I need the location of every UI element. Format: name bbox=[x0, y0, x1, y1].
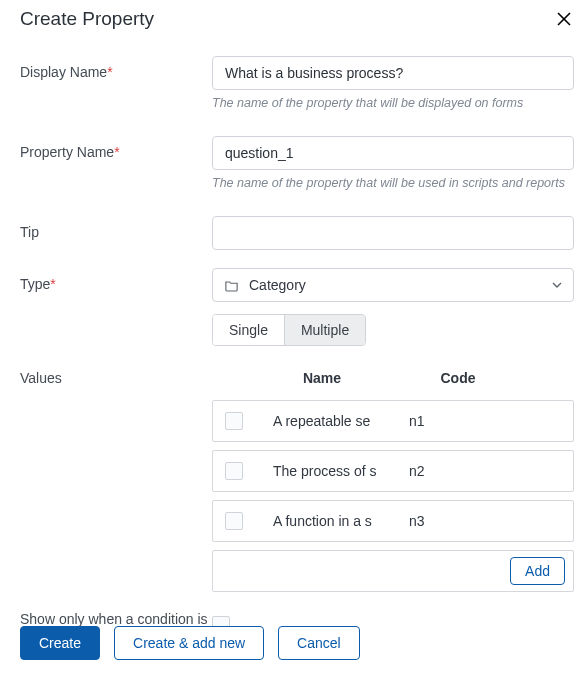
add-value-button[interactable]: Add bbox=[510, 557, 565, 585]
tip-input[interactable] bbox=[212, 216, 574, 250]
value-row-checkbox[interactable] bbox=[225, 512, 243, 530]
value-row-code: n1 bbox=[401, 413, 565, 429]
value-row-code: n2 bbox=[401, 463, 565, 479]
create-button[interactable]: Create bbox=[20, 626, 100, 660]
folder-icon bbox=[223, 277, 239, 293]
cancel-button[interactable]: Cancel bbox=[278, 626, 360, 660]
value-add-row: Add bbox=[212, 550, 574, 592]
create-add-new-button[interactable]: Create & add new bbox=[114, 626, 264, 660]
value-row-name: The process of s bbox=[261, 463, 401, 479]
display-name-input[interactable] bbox=[212, 56, 574, 90]
property-name-input[interactable] bbox=[212, 136, 574, 170]
close-icon[interactable] bbox=[554, 9, 574, 29]
type-label: Type* bbox=[20, 268, 212, 292]
values-header-name: Name bbox=[252, 370, 392, 386]
values-header-code: Code bbox=[392, 370, 574, 386]
values-label: Values bbox=[20, 362, 212, 386]
type-value: Category bbox=[249, 277, 306, 293]
value-row[interactable]: The process of s n2 bbox=[212, 450, 574, 492]
property-name-label: Property Name* bbox=[20, 136, 212, 160]
tip-label: Tip bbox=[20, 216, 212, 240]
value-row-name: A function in a s bbox=[261, 513, 401, 529]
display-name-label: Display Name* bbox=[20, 56, 212, 80]
chevron-down-icon bbox=[551, 279, 563, 291]
mode-single[interactable]: Single bbox=[213, 315, 284, 345]
value-row-name: A repeatable se bbox=[261, 413, 401, 429]
value-row[interactable]: A repeatable se n1 bbox=[212, 400, 574, 442]
dialog-title: Create Property bbox=[20, 8, 154, 30]
type-select[interactable]: Category bbox=[212, 268, 574, 302]
type-mode-toggle: Single Multiple bbox=[212, 314, 366, 346]
property-name-helper: The name of the property that will be us… bbox=[212, 176, 574, 190]
mode-multiple[interactable]: Multiple bbox=[284, 315, 365, 345]
value-row-checkbox[interactable] bbox=[225, 412, 243, 430]
value-row[interactable]: A function in a s n3 bbox=[212, 500, 574, 542]
value-row-code: n3 bbox=[401, 513, 565, 529]
display-name-helper: The name of the property that will be di… bbox=[212, 96, 574, 110]
value-row-checkbox[interactable] bbox=[225, 462, 243, 480]
